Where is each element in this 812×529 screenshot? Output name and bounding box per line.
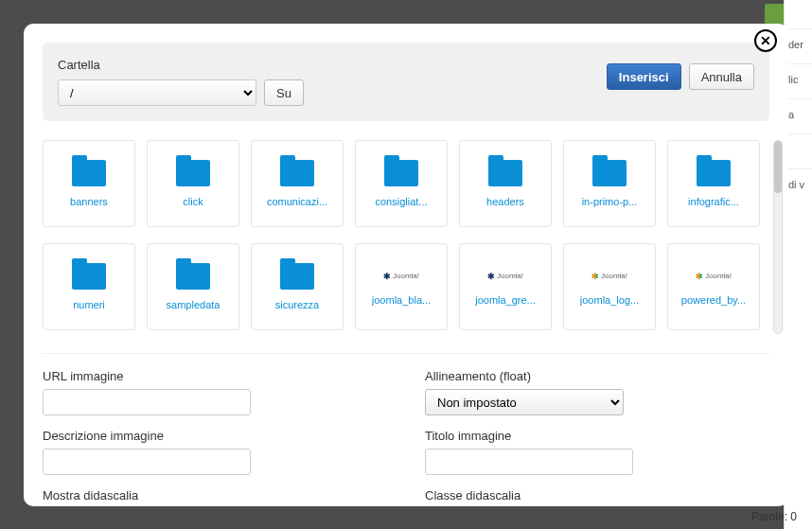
file-browser: bannersclickcomunicazi...consigliat...he…	[43, 140, 769, 334]
title-input[interactable]	[425, 449, 633, 475]
align-select[interactable]: Non impostato	[425, 389, 624, 415]
word-count: Parole: 0	[751, 510, 797, 523]
insert-button[interactable]: Inserisci	[607, 63, 681, 90]
tile-label: sicurezza	[275, 299, 319, 310]
folder-icon	[72, 263, 106, 290]
image-thumbnail: ✱Joomla!	[576, 268, 643, 285]
image-tile[interactable]: ✱Joomla!joomla_log...	[563, 243, 656, 330]
caption-show-label: Mostra didascalia	[43, 488, 387, 503]
bg-row: a	[785, 98, 812, 133]
bg-row: der	[785, 28, 812, 63]
folder-icon	[280, 263, 314, 290]
folder-icon	[488, 160, 522, 186]
scrollbar-thumb[interactable]	[774, 141, 782, 193]
folder-tile[interactable]: comunicazi...	[251, 140, 344, 227]
bg-row: lic	[785, 63, 812, 98]
image-tile[interactable]: ✱Joomla!powered_by...	[667, 243, 760, 330]
image-tile[interactable]: ✱Joomla!joomla_gre...	[459, 243, 552, 330]
media-manager-modal: ✕ Cartella / Su Inserisci Annulla banner…	[24, 24, 788, 506]
tile-label: consigliat...	[375, 196, 427, 207]
browser-scrollbar[interactable]	[773, 140, 783, 334]
folder-tile[interactable]: sicurezza	[251, 243, 344, 330]
folder-icon	[280, 160, 314, 186]
tile-label: joomla_gre...	[475, 294, 536, 306]
folder-icon	[176, 263, 210, 290]
folder-tile[interactable]: headers	[459, 140, 552, 227]
image-tile[interactable]: ✱Joomla!joomla_bla...	[355, 243, 448, 330]
folder-tile[interactable]: banners	[43, 140, 135, 227]
description-label: Descrizione immagine	[43, 429, 387, 443]
tile-label: sampledata	[167, 299, 221, 310]
folder-icon	[72, 160, 106, 186]
tile-label: infografic...	[688, 196, 739, 207]
tile-label: powered_by...	[681, 294, 746, 306]
description-input[interactable]	[43, 449, 251, 475]
title-label: Titolo immagine	[425, 429, 769, 443]
folder-tile[interactable]: in-primo-p...	[563, 140, 656, 227]
background-publish-button	[765, 4, 784, 25]
tile-label: in-primo-p...	[582, 196, 638, 207]
bg-row: di v	[785, 168, 812, 203]
tile-label: headers	[486, 196, 524, 207]
image-form: URL immagine Descrizione immagine Mostra…	[43, 353, 769, 506]
up-button[interactable]: Su	[264, 79, 304, 106]
tile-label: numeri	[73, 299, 105, 310]
folder-tile[interactable]: numeri	[43, 243, 135, 330]
folder-path-select[interactable]: /	[58, 79, 256, 106]
folder-tile[interactable]: sampledata	[147, 243, 239, 330]
url-label: URL immagine	[43, 369, 387, 383]
url-input[interactable]	[43, 389, 251, 415]
tile-label: comunicazi...	[267, 196, 327, 207]
close-button[interactable]: ✕	[754, 29, 777, 52]
image-thumbnail: ✱Joomla!	[472, 268, 538, 285]
tile-label: joomla_bla...	[372, 294, 431, 306]
bg-row	[785, 133, 812, 168]
cancel-button[interactable]: Annulla	[689, 63, 754, 90]
folder-icon	[176, 160, 210, 186]
caption-class-label: Classe didascalia	[425, 488, 769, 503]
image-thumbnail: ✱Joomla!	[368, 268, 434, 285]
folder-icon	[384, 160, 418, 186]
tile-label: click	[183, 196, 203, 207]
align-label: Allineamento (float)	[425, 369, 769, 383]
folder-tile[interactable]: click	[147, 140, 239, 227]
folder-icon	[697, 160, 731, 186]
tile-label: joomla_log...	[580, 294, 639, 306]
close-icon: ✕	[760, 33, 771, 48]
folder-tile[interactable]: infografic...	[667, 140, 760, 227]
tile-label: banners	[70, 196, 108, 207]
folder-tile[interactable]: consigliat...	[355, 140, 448, 227]
toolbar: Cartella / Su Inserisci Annulla	[43, 43, 769, 121]
image-thumbnail: ✱Joomla!	[680, 268, 747, 285]
folder-icon	[592, 160, 627, 186]
file-grid: bannersclickcomunicazi...consigliat...he…	[43, 140, 769, 334]
